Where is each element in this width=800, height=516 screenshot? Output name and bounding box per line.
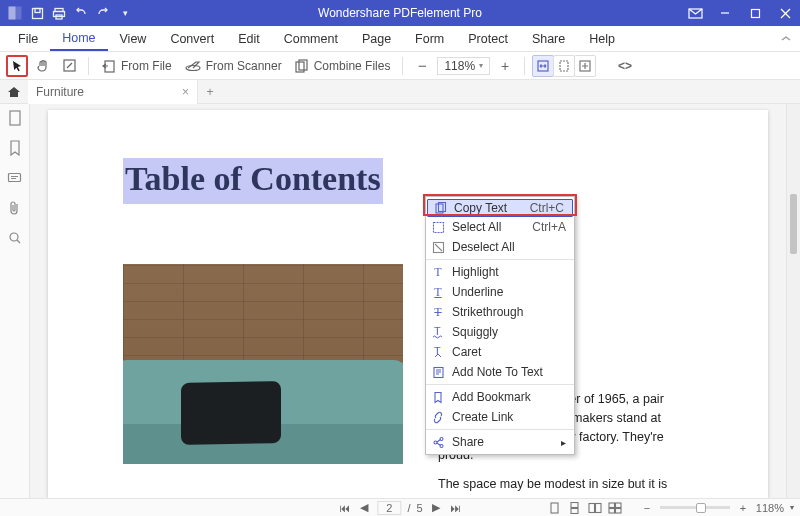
caret-icon: T bbox=[430, 344, 446, 360]
ctx-select-all[interactable]: Select All Ctrl+A bbox=[426, 217, 574, 237]
from-scanner-button[interactable]: From Scanner bbox=[180, 59, 286, 73]
prev-page-icon[interactable]: ◀ bbox=[357, 501, 371, 515]
page-navigator: ⏮ ◀ 2 / 5 ▶ ⏭ bbox=[337, 501, 462, 515]
left-panel bbox=[0, 104, 30, 498]
two-page-continuous-icon[interactable] bbox=[608, 501, 622, 515]
svg-text:T: T bbox=[434, 325, 441, 337]
actual-size-button[interactable] bbox=[574, 55, 596, 77]
zoom-in-status[interactable]: + bbox=[736, 501, 750, 515]
page-number-field[interactable]: 2 bbox=[377, 501, 401, 515]
selected-heading[interactable]: Table of Contents bbox=[123, 158, 383, 204]
submenu-arrow-icon: ▸ bbox=[561, 437, 566, 448]
zoom-in-button[interactable]: + bbox=[494, 55, 516, 77]
hand-tool[interactable] bbox=[32, 55, 54, 77]
search-icon[interactable] bbox=[7, 230, 23, 246]
menu-view[interactable]: View bbox=[108, 26, 159, 51]
svg-point-32 bbox=[434, 441, 437, 444]
first-page-icon[interactable]: ⏮ bbox=[337, 501, 351, 515]
combine-icon bbox=[294, 59, 310, 73]
ctx-caret[interactable]: T Caret bbox=[426, 342, 574, 362]
menu-edit[interactable]: Edit bbox=[226, 26, 272, 51]
page-total: 5 bbox=[417, 502, 423, 514]
minimize-button[interactable] bbox=[710, 0, 740, 26]
svg-point-22 bbox=[10, 233, 18, 241]
two-page-view-icon[interactable] bbox=[588, 501, 602, 515]
menu-home[interactable]: Home bbox=[50, 26, 107, 51]
chevron-down-icon: ▾ bbox=[479, 61, 483, 70]
edit-tool[interactable] bbox=[58, 55, 80, 77]
maximize-button[interactable] bbox=[740, 0, 770, 26]
menu-convert[interactable]: Convert bbox=[158, 26, 226, 51]
zoom-dropdown-icon[interactable]: ▾ bbox=[790, 503, 794, 512]
ctx-highlight[interactable]: T Highlight bbox=[426, 262, 574, 282]
single-page-view-icon[interactable] bbox=[548, 501, 562, 515]
last-page-icon[interactable]: ⏭ bbox=[449, 501, 463, 515]
menu-form[interactable]: Form bbox=[403, 26, 456, 51]
document-tab[interactable]: Furniture × bbox=[28, 80, 198, 104]
from-file-icon bbox=[101, 59, 117, 73]
combine-files-button[interactable]: Combine Files bbox=[290, 59, 395, 73]
svg-rect-43 bbox=[615, 508, 621, 513]
print-icon[interactable] bbox=[52, 6, 66, 20]
next-page-icon[interactable]: ▶ bbox=[429, 501, 443, 515]
document-viewport[interactable]: Table of Contents … on a quaint … summer… bbox=[30, 104, 786, 498]
svg-line-28 bbox=[435, 244, 442, 251]
collapse-ribbon-icon[interactable] bbox=[780, 35, 792, 43]
quick-dropdown-icon[interactable]: ▾ bbox=[118, 6, 132, 20]
underline-icon: T bbox=[430, 284, 446, 300]
redo-icon[interactable] bbox=[96, 6, 110, 20]
zoom-slider[interactable] bbox=[660, 506, 730, 509]
fit-page-button[interactable] bbox=[553, 55, 575, 77]
menu-page[interactable]: Page bbox=[350, 26, 403, 51]
read-mode-button[interactable]: <> bbox=[614, 55, 636, 77]
svg-rect-36 bbox=[571, 502, 578, 507]
zoom-out-button[interactable]: − bbox=[411, 55, 433, 77]
ctx-share[interactable]: Share ▸ bbox=[426, 432, 574, 452]
ctx-create-link[interactable]: Create Link bbox=[426, 407, 574, 427]
ctx-squiggly[interactable]: T Squiggly bbox=[426, 322, 574, 342]
squiggly-icon: T bbox=[430, 324, 446, 340]
menu-protect[interactable]: Protect bbox=[456, 26, 520, 51]
copy-icon bbox=[432, 200, 448, 216]
svg-rect-18 bbox=[560, 61, 568, 71]
svg-rect-1 bbox=[9, 7, 15, 19]
attachments-icon[interactable] bbox=[7, 200, 23, 216]
menu-help[interactable]: Help bbox=[577, 26, 627, 51]
comments-icon[interactable] bbox=[7, 170, 23, 186]
context-menu: Copy Text Ctrl+C Select All Ctrl+A Desel… bbox=[425, 196, 575, 455]
ctx-underline[interactable]: T Underline bbox=[426, 282, 574, 302]
mail-icon[interactable] bbox=[680, 0, 710, 26]
new-tab-button[interactable]: + bbox=[198, 85, 222, 99]
scanner-icon bbox=[184, 60, 202, 72]
home-tab-icon[interactable] bbox=[0, 85, 28, 98]
zoom-out-status[interactable]: − bbox=[640, 501, 654, 515]
thumbnails-icon[interactable] bbox=[7, 110, 23, 126]
bookmarks-icon[interactable] bbox=[7, 140, 23, 156]
link-icon bbox=[430, 409, 446, 425]
ctx-copy-text[interactable]: Copy Text Ctrl+C bbox=[427, 199, 573, 217]
menu-comment[interactable]: Comment bbox=[272, 26, 350, 51]
save-icon[interactable] bbox=[30, 6, 44, 20]
vertical-scrollbar[interactable] bbox=[786, 104, 800, 498]
svg-rect-9 bbox=[751, 9, 759, 17]
app-icon bbox=[8, 6, 22, 20]
ctx-add-note[interactable]: Add Note To Text bbox=[426, 362, 574, 382]
ctx-deselect-all[interactable]: Deselect All bbox=[426, 237, 574, 257]
zoom-field[interactable]: 118% ▾ bbox=[437, 57, 490, 75]
ctx-add-bookmark[interactable]: Add Bookmark bbox=[426, 387, 574, 407]
undo-icon[interactable] bbox=[74, 6, 88, 20]
svg-rect-5 bbox=[54, 11, 65, 16]
svg-rect-2 bbox=[32, 8, 42, 18]
close-tab-icon[interactable]: × bbox=[182, 85, 189, 99]
menu-file[interactable]: File bbox=[6, 26, 50, 51]
ctx-strikethrough[interactable]: T Strikethrough bbox=[426, 302, 574, 322]
svg-rect-26 bbox=[433, 222, 443, 232]
continuous-view-icon[interactable] bbox=[568, 501, 582, 515]
select-tool[interactable] bbox=[6, 55, 28, 77]
from-file-button[interactable]: From File bbox=[97, 59, 176, 73]
fit-width-button[interactable] bbox=[532, 55, 554, 77]
scroll-thumb[interactable] bbox=[790, 194, 797, 254]
menu-share[interactable]: Share bbox=[520, 26, 577, 51]
statusbar: ⏮ ◀ 2 / 5 ▶ ⏭ − + 118% ▾ bbox=[0, 498, 800, 516]
close-button[interactable] bbox=[770, 0, 800, 26]
